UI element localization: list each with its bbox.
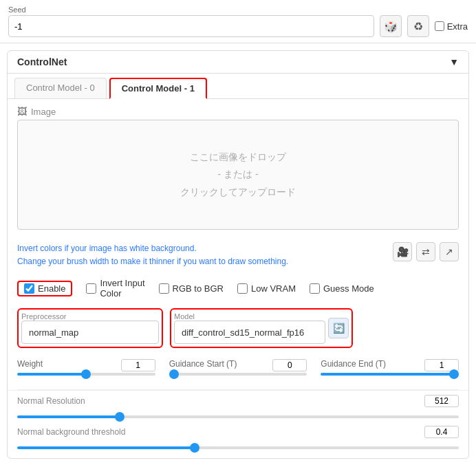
tab-control-model-0[interactable]: Control Model - 0 — [14, 78, 107, 98]
normal-bg-value[interactable] — [424, 426, 459, 438]
main-sliders-row: Weight Guidance Start (T) Guidance End (… — [17, 359, 459, 376]
normal-bg-label: Normal background threshold — [17, 427, 125, 437]
guidance-start-slider[interactable] — [169, 373, 307, 376]
image-label-bar: 🖼 Image — [17, 106, 459, 117]
info-line1: Invert colors if your image has white ba… — [17, 242, 288, 255]
low-vram-label: Low VRAM — [251, 283, 296, 294]
checkboxes-row: Enable Invert InputColor RGB to BGR Low … — [8, 274, 468, 303]
guess-mode-label: Guess Mode — [323, 283, 374, 294]
enable-label: Enable — [38, 283, 65, 294]
drop-line3: クリックしてアップロード — [180, 184, 296, 201]
controlnet-title: ControlNet — [17, 56, 67, 67]
camera-button[interactable]: 🎥 — [393, 242, 412, 261]
info-row: Invert colors if your image has white ba… — [8, 237, 468, 274]
sliders-section: Weight Guidance Start (T) Guidance End (… — [8, 354, 468, 389]
drop-line1: ここに画像をドロップ — [190, 149, 286, 166]
model-label: Model — [174, 312, 325, 321]
low-vram-checkbox[interactable] — [237, 283, 248, 294]
normal-res-value[interactable] — [424, 395, 459, 407]
preprocessor-select[interactable]: normal_map none depth canny — [21, 321, 159, 344]
extra-text: Extra — [447, 21, 468, 32]
normal-res-label-row: Normal Resolution — [17, 395, 459, 407]
seed-section: Seed 🎲 ♻ Extra — [0, 0, 476, 43]
preprocessor-label: Preprocessor — [21, 312, 159, 321]
recycle-button[interactable]: ♻ — [407, 15, 429, 37]
preprocessor-select-wrap: normal_map none depth canny — [21, 321, 159, 344]
model-group: Model diff_control_sd15_normal_fp16 [001… — [170, 308, 353, 348]
tabs-row: Control Model - 0 Control Model - 1 — [8, 74, 468, 99]
info-line2: Change your brush width to make it thinn… — [17, 255, 288, 268]
model-inner: Model diff_control_sd15_normal_fp16 [001… — [174, 312, 325, 344]
image-icon: 🖼 — [17, 106, 27, 117]
info-actions: 🎥 ⇄ ↗ — [393, 242, 459, 261]
low-vram-checkbox-item[interactable]: Low VRAM — [237, 283, 296, 294]
weight-slider[interactable] — [17, 373, 155, 376]
expand-button[interactable]: ↗ — [440, 242, 459, 261]
guidance-start-group: Guidance Start (T) — [169, 359, 307, 376]
drop-zone[interactable]: ここに画像をドロップ - または - クリックしてアップロード — [17, 120, 459, 230]
rgb-to-bgr-label: RGB to BGR — [173, 283, 224, 294]
image-label-text: Image — [31, 107, 56, 117]
invert-input-color-label: Invert InputColor — [100, 278, 144, 299]
invert-input-color-checkbox[interactable] — [86, 283, 96, 294]
controlnet-section: ControlNet ▼ Control Model - 0 Control M… — [7, 50, 469, 459]
invert-input-color-checkbox-item[interactable]: Invert InputColor — [86, 278, 144, 299]
tab-control-model-1[interactable]: Control Model - 1 — [109, 78, 207, 99]
seed-row: 🎲 ♻ Extra — [8, 15, 468, 37]
preprocessor-group: Preprocessor normal_map none depth canny — [17, 308, 163, 348]
drop-line2: - または - — [217, 166, 258, 183]
normal-bg-slider[interactable] — [17, 446, 459, 449]
info-text: Invert colors if your image has white ba… — [17, 242, 288, 268]
normal-bg-section: Normal background threshold — [8, 423, 468, 458]
selects-row: Preprocessor normal_map none depth canny… — [8, 303, 468, 354]
dice-button[interactable]: 🎲 — [380, 15, 402, 37]
guess-mode-checkbox[interactable] — [310, 283, 320, 294]
seed-input[interactable] — [8, 15, 374, 37]
swap-button[interactable]: ⇄ — [416, 242, 435, 261]
normal-bg-label-row: Normal background threshold — [17, 426, 459, 438]
extra-label[interactable]: Extra — [435, 21, 468, 32]
model-refresh-button[interactable]: 🔄 — [328, 318, 349, 338]
seed-label: Seed — [8, 6, 468, 14]
controlnet-header: ControlNet ▼ — [8, 51, 468, 74]
normal-res-label: Normal Resolution — [17, 396, 85, 406]
weight-group: Weight — [17, 359, 155, 376]
normal-res-slider[interactable] — [17, 415, 459, 418]
enable-checkbox-wrap[interactable]: Enable — [17, 281, 72, 296]
enable-checkbox[interactable] — [24, 283, 34, 294]
guidance-end-group: Guidance End (T) — [321, 359, 459, 376]
model-select[interactable]: diff_control_sd15_normal_fp16 [00173cc: — [174, 321, 325, 344]
extra-checkbox[interactable] — [435, 21, 444, 31]
image-area: 🖼 Image ここに画像をドロップ - または - クリックしてアップロード — [8, 99, 468, 237]
guess-mode-checkbox-item[interactable]: Guess Mode — [310, 283, 374, 294]
collapse-arrow[interactable]: ▼ — [449, 56, 459, 67]
rgb-to-bgr-checkbox-item[interactable]: RGB to BGR — [159, 283, 224, 294]
normal-resolution-section: Normal Resolution — [8, 390, 468, 423]
rgb-to-bgr-checkbox[interactable] — [159, 283, 169, 294]
guidance-end-slider[interactable] — [321, 373, 459, 376]
model-select-wrap: diff_control_sd15_normal_fp16 [00173cc: — [174, 321, 325, 344]
